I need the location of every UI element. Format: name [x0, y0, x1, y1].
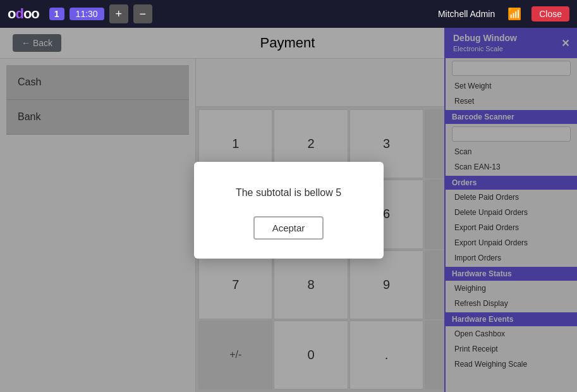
- dialog-message: The subtotal is bellow 5: [232, 187, 346, 199]
- session-number: 1: [49, 8, 64, 20]
- main-content: ← Back Payment Cash Bank +8.63 1: [0, 28, 577, 392]
- add-button[interactable]: +: [109, 4, 128, 23]
- dialog-accept-button[interactable]: Aceptar: [253, 216, 324, 240]
- user-name: Mitchell Admin: [438, 9, 495, 19]
- topbar: odoo 1 11:30 + − Mitchell Admin 📶 Close: [0, 0, 577, 28]
- dialog-box: The subtotal is bellow 5 Aceptar: [194, 162, 384, 259]
- odoo-logo: odoo: [8, 6, 39, 22]
- wifi-icon: 📶: [507, 7, 521, 21]
- minus-button[interactable]: −: [133, 4, 152, 23]
- session-time: 11:30: [70, 8, 104, 20]
- close-button[interactable]: Close: [531, 6, 569, 21]
- dialog-overlay: The subtotal is bellow 5 Aceptar: [0, 28, 577, 392]
